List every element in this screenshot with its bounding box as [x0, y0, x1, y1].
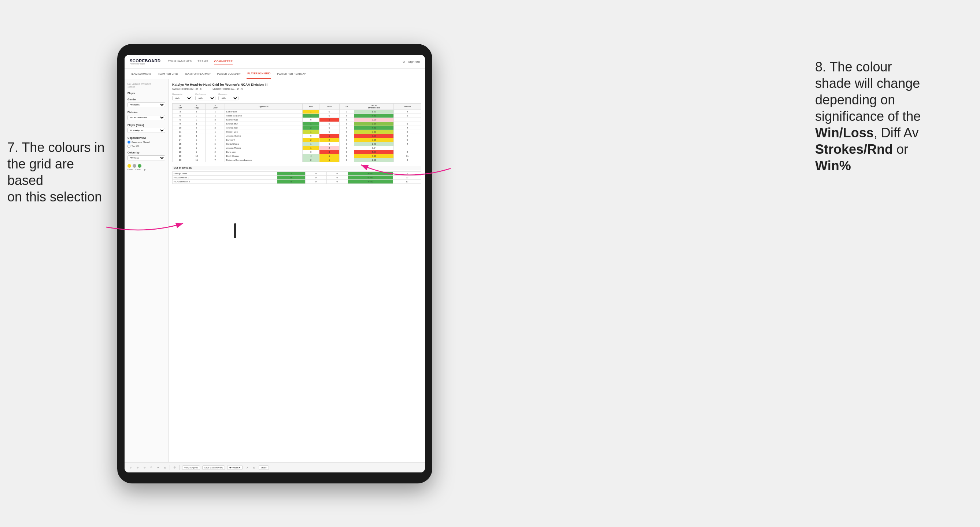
sub-nav-player-summary[interactable]: PLAYER SUMMARY: [216, 69, 242, 79]
legend-down-label: Down: [127, 168, 133, 171]
cell-reg: 1: [188, 130, 205, 134]
cell-loss: 0: [320, 142, 339, 146]
cell-reg: 1: [188, 134, 205, 138]
cell-reg: 11: [188, 158, 205, 162]
cell-win: 0: [302, 150, 320, 154]
filter-opponent-select[interactable]: (All): [218, 96, 239, 100]
nav-icon: ⊙: [402, 60, 405, 63]
radio-top-100-label: Top 100: [132, 145, 139, 147]
table-row: 3 1 1 Esther Lee 1 0 1 1.50 4: [173, 110, 421, 114]
cell-tie: 0: [339, 114, 354, 118]
toolbar-clock[interactable]: ⏱: [172, 466, 177, 470]
sidebar-player-label: Player: [127, 92, 165, 94]
sub-nav-player-h2h-grid[interactable]: PLAYER H2H GRID: [247, 69, 271, 79]
cell-loss: 1: [320, 158, 339, 162]
cell-tie: 0: [339, 126, 354, 130]
logo-text: SCOREBOARD: [130, 59, 161, 63]
sub-nav-team-h2h-grid[interactable]: TEAM H2H GRID: [157, 69, 179, 79]
cell-diff: 0.38: [354, 138, 394, 142]
th-opponent: Opponent: [225, 104, 302, 110]
toolbar-copy[interactable]: ⧉: [149, 465, 153, 470]
legend-dot-gray: [133, 164, 136, 168]
annotation-right: 8. The colourshade will changedepending …: [815, 59, 969, 174]
cell-conf: 1: [205, 146, 225, 150]
cell-rounds: 30: [393, 176, 421, 180]
cell-tie: 0: [339, 150, 354, 154]
toolbar-redo-2[interactable]: ↻: [142, 465, 147, 470]
cell-loss: 1: [320, 154, 339, 158]
cell-div: 10: [173, 126, 188, 130]
cell-rounds: [393, 118, 421, 122]
cell-tie: 0: [339, 130, 354, 134]
toolbar-share[interactable]: Share: [259, 465, 269, 470]
cell-win: 1: [302, 146, 320, 150]
toolbar-grid[interactable]: ⊞: [252, 465, 256, 470]
toolbar-paste[interactable]: ⊞: [163, 465, 167, 470]
cell-conf: 6: [205, 154, 225, 158]
toolbar-save-custom[interactable]: Save Custom View: [202, 465, 225, 470]
radio-top-100[interactable]: Top 100: [127, 144, 165, 148]
cell-reg: 2: [188, 114, 205, 118]
cell-reg: 2: [188, 150, 205, 154]
cell-reg: 6: [188, 126, 205, 130]
nav-tournaments[interactable]: TOURNAMENTS: [168, 59, 192, 65]
cell-conf: 4: [205, 138, 225, 142]
cell-win: 1: [302, 142, 320, 146]
cell-conf: 4: [205, 122, 225, 126]
toolbar-expand[interactable]: ⤢: [245, 465, 250, 470]
cell-opponent: Jessica Huang: [225, 134, 302, 138]
nav-committee[interactable]: COMMITTEE: [214, 59, 232, 65]
th-conf: #Conf: [205, 104, 225, 110]
th-reg: #Reg: [188, 104, 205, 110]
toolbar-cut[interactable]: ✂: [156, 465, 161, 470]
filter-opponents-select[interactable]: (All): [172, 96, 192, 100]
cell-conf: 1: [205, 134, 225, 138]
toolbar-view-original[interactable]: View: Original: [182, 465, 200, 470]
cell-rounds: 4: [393, 110, 421, 114]
sidebar-timestamp: Last Updated: 27/03/202416:55:38: [127, 83, 165, 88]
radio-opponents-played[interactable]: Opponents Played: [127, 141, 165, 144]
sidebar-gender-select[interactable]: Women's: [127, 102, 165, 107]
cell-div: 5: [173, 114, 188, 118]
cell-loss: 0: [320, 110, 339, 114]
filter-opponent-label: Opponent: [218, 93, 239, 95]
sidebar-division-select[interactable]: NCAA Division III: [127, 115, 165, 120]
sub-nav-player-h2h-heatmap[interactable]: PLAYER H2H HEATMAP: [276, 69, 306, 79]
cell-tie: 0: [339, 158, 354, 162]
tablet-screen: SCOREBOARD Powered by clippd TOURNAMENTS…: [124, 55, 425, 472]
cell-loss: 3: [320, 150, 339, 154]
cell-diff: -5.00: [354, 150, 394, 154]
table-row: 6 3 3 Sydney Kuo 0 1 0 -1.00: [173, 118, 421, 122]
cell-opponent: Sydney Kuo: [225, 118, 302, 122]
cell-reg: 3: [188, 118, 205, 122]
cell-opponent: Jessica Mason: [225, 146, 302, 150]
annotation-left: 7. The colours inthe grid are basedon th…: [7, 139, 110, 205]
cell-tie: 0: [339, 146, 354, 150]
legend-labels: Down Level Up: [127, 168, 165, 171]
th-loss: Loss: [320, 104, 339, 110]
sub-nav-team-h2h-heatmap[interactable]: TEAM H2H HEATMAP: [184, 69, 212, 79]
colour-by-select[interactable]: Win/loss: [127, 155, 165, 160]
cell-div: 18: [173, 150, 188, 154]
cell-rounds: 9: [393, 138, 421, 142]
sign-out-link[interactable]: Sign out: [408, 59, 420, 64]
cell-tie: 0: [339, 134, 354, 138]
filter-conference-select[interactable]: (All): [195, 96, 215, 100]
out-of-division-header: Out of division: [172, 166, 421, 170]
cell-loss: 0: [320, 130, 339, 134]
toolbar-watch[interactable]: 👁 Watch ▾: [227, 465, 242, 470]
table-row: 16 2 1 Jessica Mason 1 2 0 -0.94: [173, 146, 421, 150]
cell-win: 0: [302, 118, 320, 122]
cell-reg: 10: [188, 154, 205, 158]
out-of-division-table: Foreign Team 1 0 0 4.500 2 NAIA Division…: [172, 171, 421, 184]
cell-tie: 0: [339, 118, 354, 122]
cell-win: 2: [302, 138, 320, 142]
cell-tie: 0: [339, 154, 354, 158]
cell-win: 1: [302, 130, 320, 134]
sidebar-player-rank-select[interactable]: 8. Katelyn Vo: [127, 128, 165, 133]
toolbar-undo[interactable]: ↺: [128, 465, 133, 470]
toolbar-redo-1[interactable]: ↻: [135, 465, 140, 470]
sub-nav-team-summary[interactable]: TEAM SUMMARY: [130, 69, 152, 79]
nav-teams[interactable]: TEAMS: [197, 59, 208, 65]
annotation-strokes-bold: Strokes/Rnd: [815, 142, 893, 157]
